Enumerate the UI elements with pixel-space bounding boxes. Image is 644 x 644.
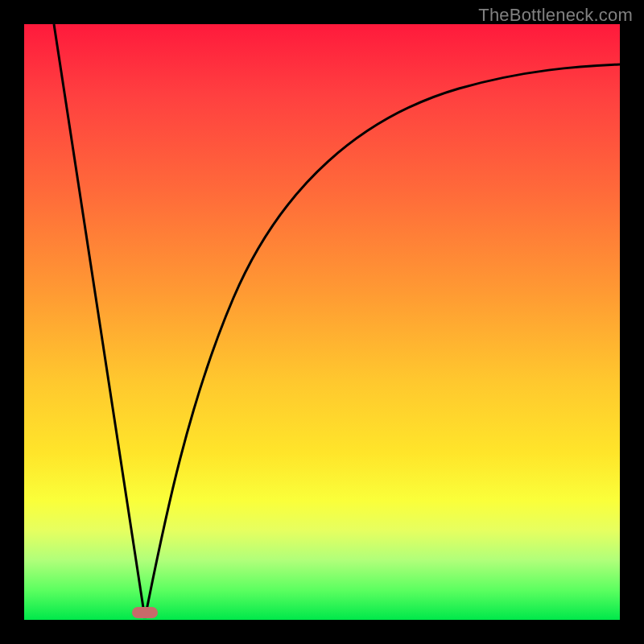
right-curve (145, 64, 620, 618)
watermark-text: TheBottleneck.com (478, 5, 633, 26)
chart-frame: TheBottleneck.com (0, 0, 644, 644)
plot-area (24, 24, 620, 620)
vertex-marker (132, 607, 158, 618)
left-line (54, 24, 145, 618)
curve-layer (24, 24, 620, 620)
